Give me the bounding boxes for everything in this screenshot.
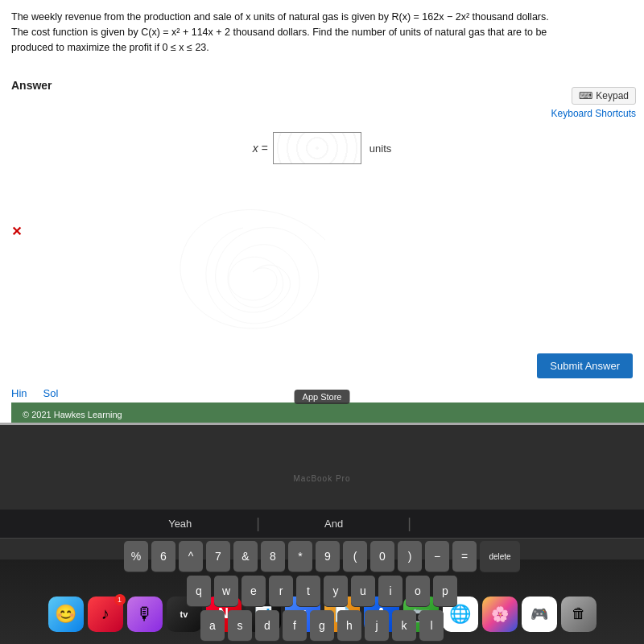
macos-title: MacBook Pro (293, 474, 350, 483)
hint-link[interactable]: Hin (11, 387, 27, 399)
key-i[interactable]: i (378, 576, 402, 606)
key-u[interactable]: u (351, 576, 375, 606)
key-minus[interactable]: − (425, 541, 449, 572)
copyright-bar: © 2021 Hawkes Learning (11, 402, 644, 425)
key-openparen[interactable]: ( (343, 541, 367, 572)
key-7[interactable]: 7 (206, 541, 230, 572)
key-row-numbers: % 6 ^ 7 & 8 * 9 ( 0 ) − = delete (6, 541, 638, 572)
key-j[interactable]: j (365, 610, 389, 641)
question-line3: produced to maximize the profit if 0 ≤ x… (11, 42, 209, 53)
suggestion-yeah[interactable]: Yeah (168, 518, 192, 530)
submit-button[interactable]: Submit Answer (537, 353, 633, 378)
answer-label: Answer (11, 79, 633, 92)
submit-label: Submit Answer (550, 360, 620, 372)
solution-link[interactable]: Sol (43, 387, 59, 399)
key-row-qwerty: q w e r t y u i o p (6, 576, 638, 606)
suggestion-separator1: | (256, 515, 260, 532)
key-caret[interactable]: ^ (179, 541, 203, 572)
app-store-tooltip-text: App Store (303, 392, 342, 402)
equation-area: x = units (11, 132, 633, 164)
answer-section: Answer ✕ x = units (11, 71, 633, 164)
key-closeparen[interactable]: ) (398, 541, 422, 572)
key-star[interactable]: * (288, 541, 312, 572)
key-t[interactable]: t (296, 576, 320, 606)
x-mark: ✕ (11, 224, 22, 239)
key-0[interactable]: 0 (370, 541, 394, 572)
question-text: The weekly revenue from the production a… (11, 10, 633, 55)
key-s[interactable]: s (228, 610, 252, 641)
answer-input[interactable] (274, 133, 361, 163)
keyboard-rows: % 6 ^ 7 & 8 * 9 ( 0 ) − = delete q w e r… (0, 538, 644, 644)
key-p[interactable]: p (433, 576, 457, 606)
hint-label: Hin (11, 387, 27, 399)
key-f[interactable]: f (283, 610, 307, 641)
key-o[interactable]: o (406, 576, 430, 606)
suggestion-and[interactable]: And (324, 518, 343, 530)
content-area: The weekly revenue from the production a… (0, 0, 644, 425)
key-h[interactable]: h (337, 610, 361, 641)
key-row-asdf: a s d f g h j k l (6, 610, 638, 641)
suggestion-separator2: | (407, 515, 411, 532)
key-percent[interactable]: % (124, 541, 148, 572)
question-line1: The weekly revenue from the production a… (11, 11, 549, 23)
key-w[interactable]: w (214, 576, 238, 606)
key-amp[interactable]: & (233, 541, 258, 572)
equation-prefix: x = (253, 142, 268, 155)
answer-input-box[interactable] (273, 132, 361, 164)
solution-label: Sol (43, 387, 59, 399)
screen-wrapper: The weekly revenue from the production a… (0, 0, 644, 425)
key-g[interactable]: g (310, 610, 334, 641)
key-l[interactable]: l (419, 610, 444, 641)
key-equals[interactable]: = (452, 541, 477, 572)
key-r[interactable]: r (269, 576, 293, 606)
key-k[interactable]: k (392, 610, 416, 641)
key-d[interactable]: d (255, 610, 279, 641)
key-q[interactable]: q (187, 576, 211, 606)
key-y[interactable]: y (324, 576, 348, 606)
keyboard-suggestion-bar: Yeah | And | (0, 510, 644, 539)
key-9[interactable]: 9 (316, 541, 340, 572)
laptop-body: MacBook Pro 😊 ♪ 1 🎙 tv N (0, 425, 644, 644)
key-8[interactable]: 8 (261, 541, 285, 572)
units-suffix: units (369, 142, 391, 155)
key-delete[interactable]: delete (480, 541, 520, 572)
spiral-decoration (52, 192, 454, 353)
app-store-tooltip: App Store (295, 390, 350, 404)
question-line2: The cost function is given by C(x) = x² … (11, 27, 547, 38)
key-6[interactable]: 6 (151, 541, 175, 572)
key-e[interactable]: e (242, 576, 266, 606)
copyright-text: © 2021 Hawkes Learning (23, 410, 122, 419)
key-a[interactable]: a (200, 610, 225, 641)
